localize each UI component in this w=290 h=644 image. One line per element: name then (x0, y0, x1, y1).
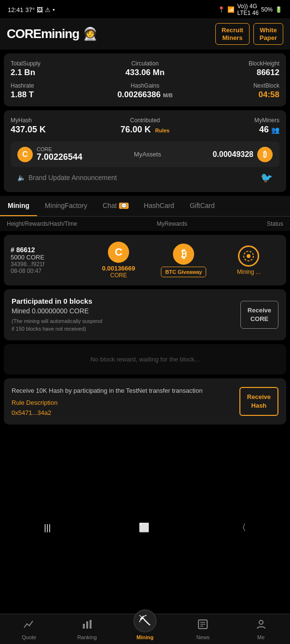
status-location-icon: 📍 (218, 6, 225, 13)
mining-wheel-icon (238, 245, 259, 267)
status-temp: 37° (26, 6, 35, 13)
nav-quote[interactable]: Quote (14, 619, 43, 640)
announcement-text: Brand Update Announcement (28, 174, 117, 181)
my-miners-value: 46 👥 (191, 125, 279, 135)
btc-giveaway-container: ₿ BTC Giveaway (153, 244, 214, 277)
ranking-label: Ranking (77, 634, 96, 640)
chat-badge: 💬 (119, 203, 129, 209)
total-supply-stat: TotalSupply 2.1 Bn (11, 60, 99, 77)
white-paper-button[interactable]: WhitePaper (253, 23, 283, 45)
circulation-stat: Circulation 433.06 Mn (101, 60, 189, 77)
status-dot: • (53, 6, 55, 13)
circulation-value: 433.06 Mn (101, 68, 189, 77)
participated-mined: Mined 0.00000000 CORE (12, 307, 240, 315)
logo: COREmining 🧑‍🚀 (7, 26, 97, 41)
rule-description-link[interactable]: Rule Description (12, 399, 234, 406)
block-height-label: BlockHeight (191, 60, 279, 67)
tab-hashcard[interactable]: HashCard (136, 196, 182, 216)
recents-nav-button[interactable]: 〈 (228, 520, 256, 535)
block-time: 08-08 00:47 (11, 268, 84, 274)
block-reward: 5000 CORE (11, 254, 84, 261)
core-reward-icon: C (108, 242, 129, 263)
mining-status-text: Mining ... (218, 269, 279, 275)
tab-miningfactory[interactable]: MiningFactory (37, 196, 95, 216)
hash-info: Receive 10K Hash by participating in the… (12, 386, 234, 417)
core-reward-container: C 0.00136669 CORE (88, 242, 149, 279)
my-hash-label: MyHash (11, 117, 99, 124)
total-supply-label: TotalSupply (11, 60, 99, 67)
rules-link[interactable]: Rules (155, 128, 170, 133)
nav-news[interactable]: News (188, 619, 217, 640)
btc-icon: ₿ (257, 147, 273, 162)
my-hash-stat: MyHash 437.05 K (11, 117, 99, 135)
mining-status-container: Mining ... (218, 245, 279, 275)
status-battery: 50% (261, 6, 273, 13)
mining-row: # 86612 5000 CORE 34398...f921f 08-08 00… (4, 235, 286, 285)
back-nav-button[interactable]: ||| (34, 521, 60, 535)
tab-mining[interactable]: Mining (0, 196, 37, 216)
btc-giveaway-button[interactable]: BTC Giveaway (161, 267, 206, 277)
status-photo-icon: 🖼 (37, 6, 43, 13)
no-reward-section: No block reward, waiting for the block..… (4, 344, 286, 374)
quote-icon (23, 619, 35, 632)
btc-asset-value: 0.00049328 (212, 150, 253, 159)
status-bar: 12:41 37° 🖼 ⚠ • 📍 📶 Vo)) 4GLTE1 46 50% 🔋 (0, 0, 290, 18)
recruit-miners-button[interactable]: RecruitMiners (215, 23, 250, 45)
participated-note: (The mining will automatically suspendif… (12, 318, 240, 333)
receive-core-button[interactable]: ReceiveCORE (240, 301, 278, 329)
contributed-stat: Contributed 76.00 K Rules (101, 117, 189, 135)
nav-ranking[interactable]: Ranking (73, 619, 102, 640)
logo-mining: mining (41, 26, 79, 41)
my-hash-value: 437.05 K (11, 125, 99, 135)
btc-reward-icon: ₿ (173, 244, 194, 265)
svg-rect-3 (86, 621, 88, 629)
news-label: News (197, 634, 210, 640)
my-miners-label: MyMiners (191, 117, 279, 124)
twitter-icon[interactable]: 🐦 (261, 172, 273, 183)
me-icon (255, 619, 267, 632)
tab-giftcard[interactable]: GiftCard (182, 196, 223, 216)
announcement-icon: 🔈 (17, 174, 26, 181)
core-reward-value: 0.00136669 (88, 265, 149, 272)
hash-address: 0x5471...34a2 (12, 409, 51, 416)
no-reward-text: No block reward, waiting for the block..… (91, 356, 200, 363)
system-nav: ||| ⬜ 〈 (0, 515, 290, 543)
col3-header: Status (267, 220, 283, 227)
hash-gains-value: 0.00266386 M/B (101, 90, 189, 100)
status-wifi-icon: 📶 (227, 6, 235, 13)
hashrate-stat: Hashrate 1.88 T (11, 82, 99, 100)
logo-emoji: 🧑‍🚀 (82, 26, 97, 41)
contributed-value: 76.00 K Rules (101, 125, 189, 135)
col1-header: Height/Rewards/Hash/Time (7, 220, 77, 227)
hashrate-value: 1.88 T (11, 90, 99, 100)
receive-hash-button[interactable]: ReceiveHash (239, 387, 278, 416)
status-warning-icon: ⚠ (45, 6, 51, 13)
col2-header: MyRewards (157, 220, 187, 227)
core-asset-label: CORE (37, 146, 82, 152)
contributed-label: Contributed (101, 117, 189, 124)
hashrate-label: Hashrate (11, 82, 99, 89)
circulation-label: Circulation (101, 60, 189, 67)
mining-center-icon: ⛏ (133, 609, 157, 632)
hash-description: Receive 10K Hash by participating in the… (12, 386, 234, 396)
svg-point-1 (247, 254, 250, 258)
next-block-value: 04:58 (191, 90, 279, 100)
bottom-nav: Quote Ranking ⛏ Mining News (0, 614, 290, 644)
home-nav-button[interactable]: ⬜ (129, 520, 159, 535)
logo-core: CORE (7, 26, 41, 41)
svg-rect-2 (83, 624, 85, 629)
participated-title: Participated in 0 blocks (12, 297, 240, 305)
nav-mining-center[interactable]: ⛏ Mining (131, 619, 159, 640)
announcement-bar: 🔈 Brand Update Announcement 🐦 (11, 167, 279, 185)
nav-me[interactable]: Me (247, 619, 276, 640)
tabs-container: Mining MiningFactory Chat 💬 HashCard Gif… (0, 196, 290, 217)
status-time: 12:41 (8, 6, 24, 13)
mining-nav-label: Mining (136, 634, 153, 640)
my-assets-label: MyAssets (134, 151, 161, 158)
core-reward-label: CORE (88, 272, 149, 279)
block-num: # 86612 (11, 246, 84, 254)
next-block-label: NextBlock (191, 82, 279, 89)
news-icon (197, 619, 209, 632)
block-height-stat: BlockHeight 86612 (191, 60, 279, 77)
tab-chat[interactable]: Chat 💬 (95, 196, 136, 216)
